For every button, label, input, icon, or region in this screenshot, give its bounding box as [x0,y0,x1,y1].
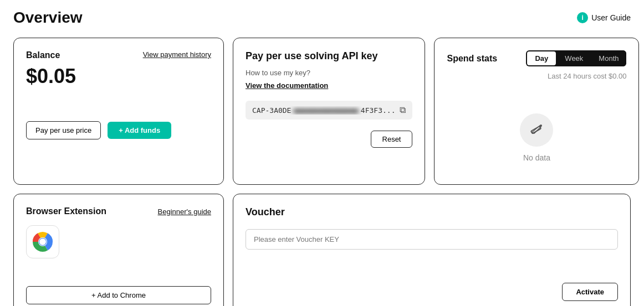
api-key-blurred: ●●●●●●●●●●●●●●● [293,106,358,115]
activate-button[interactable]: Activate [562,283,618,301]
browser-extension-title: Browser Extension [26,206,106,216]
svg-point-1 [540,125,542,127]
bottom-grid: Browser Extension Beginner's guide [13,194,631,306]
page-title: Overview [13,9,83,27]
balance-card-header: Balance View payment history [26,50,211,60]
add-to-chrome-button[interactable]: + Add to Chrome [26,286,211,304]
no-data-icon-wrap [520,113,553,147]
beginners-guide-link[interactable]: Beginner's guide [158,208,211,216]
pencil-icon [528,121,545,139]
api-key-text: CAP-3A0DE●●●●●●●●●●●●●●●4F3F3... [252,106,395,115]
tab-week[interactable]: Week [557,50,591,66]
stats-no-data-area: No data [447,102,626,173]
api-key-prefix: CAP-3A0DE [252,106,291,115]
stats-header: Spend stats Day Week Month [447,50,626,66]
voucher-card: Voucher Activate [233,194,631,306]
add-funds-button[interactable]: + Add funds [108,122,171,139]
no-data-text: No data [523,153,550,162]
api-key-suffix: 4F3F3... [361,106,396,115]
api-how-to-label: How to use my key? [246,69,412,77]
tab-day[interactable]: Day [527,51,556,65]
view-documentation-link[interactable]: View the documentation [246,81,328,90]
api-reset-row: Reset [246,131,412,148]
api-card-title: Pay per use solving API key [246,50,412,62]
user-guide-label: User Guide [591,13,631,22]
info-icon: i [577,12,588,23]
voucher-input[interactable] [246,229,618,250]
balance-card: Balance View payment history $0.05 Pay p… [13,38,224,185]
browser-card-header: Browser Extension Beginner's guide [26,206,211,216]
tab-month[interactable]: Month [591,50,626,66]
balance-amount: $0.05 [26,65,211,88]
stats-cost-label: Last 24 hours cost $0.00 [447,72,626,80]
page-header: Overview i User Guide [13,9,631,27]
balance-actions: Pay per use price + Add funds [26,121,211,139]
api-key-card: Pay per use solving API key How to use m… [233,38,425,185]
chrome-icon-wrap [26,225,59,258]
voucher-title: Voucher [246,206,618,218]
stats-tabs: Day Week Month [526,50,626,66]
svg-point-6 [39,238,46,245]
browser-extension-card: Browser Extension Beginner's guide [13,194,224,306]
top-grid: Balance View payment history $0.05 Pay p… [13,38,631,185]
chrome-logo-icon [32,231,54,253]
user-guide-link[interactable]: i User Guide [577,12,631,23]
stats-label: Spend stats [447,54,497,64]
spend-stats-card: Spend stats Day Week Month Last 24 hours… [434,38,639,185]
reset-button[interactable]: Reset [371,131,413,148]
view-payment-history-link[interactable]: View payment history [143,50,211,59]
api-key-row: CAP-3A0DE●●●●●●●●●●●●●●●4F3F3... ⧉ [246,101,412,120]
voucher-actions: Activate [246,283,618,301]
balance-label: Balance [26,50,60,60]
copy-icon[interactable]: ⧉ [400,105,406,115]
pay-per-use-button[interactable]: Pay per use price [26,121,101,139]
